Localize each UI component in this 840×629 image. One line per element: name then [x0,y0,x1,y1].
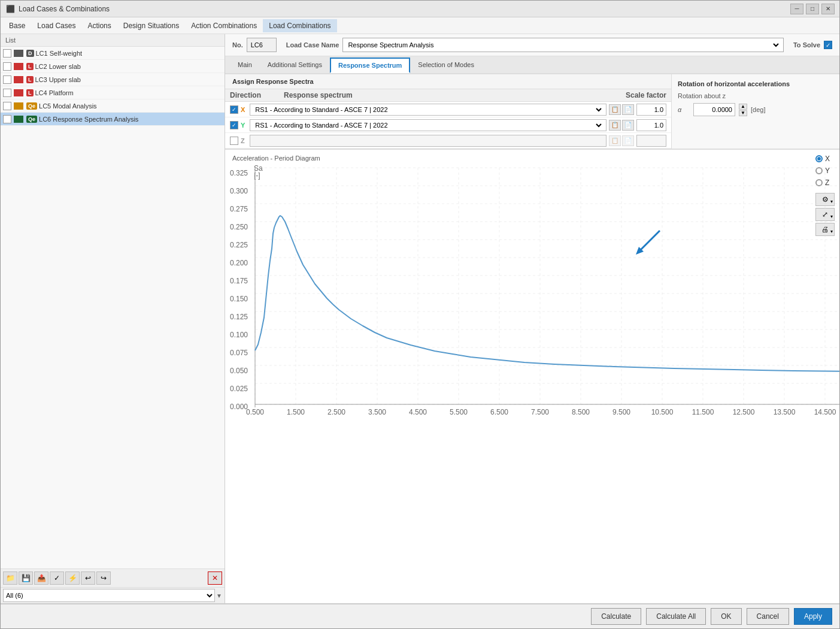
edit-spectrum-x-btn[interactable]: 📋 [609,104,621,115]
tab-main[interactable]: Main [230,58,260,73]
svg-text:0.300: 0.300 [230,187,248,195]
alpha-increment-btn[interactable]: ▲ [739,104,747,110]
toolbar-export-btn[interactable]: 📤 [34,571,48,585]
chart-wrapper: 0.325 0.300 0.275 0.250 0.225 0.200 0.17… [225,165,803,591]
calculate-all-button[interactable]: Calculate All [646,608,706,625]
toolbar-open-btn[interactable]: 📁 [3,571,17,585]
svg-text:1.500: 1.500 [287,408,305,416]
alpha-decrement-btn[interactable]: ▼ [739,110,747,116]
svg-text:9.500: 9.500 [612,408,630,416]
checkbox-y[interactable]: ✓ [230,121,238,129]
svg-text:0.000: 0.000 [230,403,248,411]
menu-load-cases[interactable]: Load Cases [31,19,81,32]
toolbar-run-btn[interactable]: ⚡ [65,571,80,585]
list-item[interactable]: LLC3 Upper slab [1,73,225,86]
main-content: List DLC1 Self-weightLLC2 Lower slabLLC3… [1,34,839,603]
col-spectrum-header: Response spectrum [284,91,612,99]
name-field: Load Case Name Response Spectrum Analysi… [286,38,784,52]
list-item-checkbox[interactable] [3,115,11,123]
svg-text:0.075: 0.075 [230,349,248,357]
menu-base[interactable]: Base [3,19,31,32]
name-label: Load Case Name [286,41,339,49]
dir-label-x: X [241,106,245,113]
radio-x[interactable]: X [815,155,830,163]
bottom-bar: Calculate Calculate All OK Cancel Apply [1,603,839,628]
tab-selection-modes[interactable]: Selection of Modes [410,58,482,73]
list-item-checkbox[interactable] [3,102,11,110]
spec-btns-y: 📋 📄 [609,120,634,131]
to-solve-checkbox[interactable]: ✓ [824,41,832,49]
list-item[interactable]: QeLC6 Response Spectrum Analysis [1,113,225,126]
calculate-button[interactable]: Calculate [591,608,641,625]
spectrum-select-x[interactable]: RS1 - According to Standard - ASCE 7 | 2… [253,105,604,114]
list-item-checkbox[interactable] [3,62,11,71]
form-header: No. Load Case Name Response Spectrum Ana… [225,34,839,56]
tab-additional[interactable]: Additional Settings [260,58,330,73]
filter-select[interactable]: All (6) [3,589,215,602]
menu-action-combinations[interactable]: Action Combinations [185,19,263,32]
name-select[interactable]: Response Spectrum Analysis [345,41,781,49]
list-item[interactable]: DLC1 Self-weight [1,47,225,60]
scale-y-input[interactable] [636,119,666,131]
top-content: Assign Response Spectra Direction Respon… [225,74,839,149]
chart-zoom-btn[interactable]: ⤢▾ [815,208,835,221]
menu-design-situations[interactable]: Design Situations [117,19,185,32]
menu-load-combinations[interactable]: Load Combinations [263,19,336,32]
checkbox-z[interactable] [230,137,238,145]
scale-z-input [636,135,666,147]
spectra-header: Direction Response spectrum Scale factor [225,89,671,102]
list-item-color-box [13,49,24,58]
list-header: List [1,34,225,47]
toolbar-delete-btn[interactable]: ✕ [208,571,222,585]
toolbar-undo-btn[interactable]: ↩ [81,571,95,585]
chart-svg: 0.325 0.300 0.275 0.250 0.225 0.200 0.17… [225,165,803,591]
list-items: DLC1 Self-weightLLC2 Lower slabLLC3 Uppe… [1,47,225,568]
cancel-button[interactable]: Cancel [747,608,789,625]
maximize-button[interactable]: □ [806,4,819,14]
copy-spectrum-y-btn[interactable]: 📄 [622,120,634,131]
svg-text:12.500: 12.500 [733,408,755,416]
no-input[interactable] [247,38,277,52]
list-item-checkbox[interactable] [3,89,11,97]
chart-settings-btn[interactable]: ⚙▾ [815,193,835,206]
toolbar-check-btn[interactable]: ✓ [50,571,64,585]
minimize-button[interactable]: ─ [790,4,803,14]
list-item[interactable]: LLC2 Lower slab [1,60,225,73]
list-item-checkbox[interactable] [3,49,11,58]
spec-btns-x: 📋 📄 [609,104,634,115]
to-solve-label: To Solve [793,41,820,49]
name-dropdown[interactable]: Response Spectrum Analysis [342,38,784,52]
list-item-name: LC6 Response Spectrum Analysis [39,116,138,123]
spectrum-select-y[interactable]: RS1 - According to Standard - ASCE 7 | 2… [253,121,604,129]
svg-text:4.500: 4.500 [409,408,427,416]
svg-text:5.500: 5.500 [450,408,468,416]
scale-x-input[interactable] [636,104,666,116]
close-button[interactable]: ✕ [821,4,835,14]
edit-spectrum-z-btn: 📋 [609,135,621,146]
svg-text:11.500: 11.500 [692,408,714,416]
menu-actions[interactable]: Actions [81,19,117,32]
list-item-name: LC5 Modal Analysis [39,102,97,110]
list-item-color-box [13,89,24,97]
tab-response-spectrum[interactable]: Response Spectrum [330,58,410,73]
spectrum-dropdown-x[interactable]: RS1 - According to Standard - ASCE 7 | 2… [250,104,607,116]
toolbar-save-btn[interactable]: 💾 [19,571,33,585]
apply-button[interactable]: Apply [794,608,832,625]
dir-label-y: Y [241,122,245,129]
edit-spectrum-y-btn[interactable]: 📋 [609,120,621,131]
copy-spectrum-x-btn[interactable]: 📄 [622,104,634,115]
checkbox-x[interactable]: ✓ [230,105,238,114]
toolbar-redo-btn[interactable]: ↪ [96,571,111,585]
list-item-checkbox[interactable] [3,75,11,84]
rotation-unit: [deg] [751,106,765,113]
list-item[interactable]: LLC4 Platform [1,86,225,99]
svg-text:8.500: 8.500 [572,408,590,416]
list-item[interactable]: QeLC5 Modal Analysis [1,99,225,113]
chart-print-btn[interactable]: 🖨▾ [815,223,835,236]
radio-dot-x [815,155,823,162]
ok-button[interactable]: OK [711,608,741,625]
copy-spectrum-z-btn: 📄 [622,135,634,146]
svg-text:0.500: 0.500 [246,408,264,416]
spectrum-dropdown-y[interactable]: RS1 - According to Standard - ASCE 7 | 2… [250,119,607,131]
alpha-input[interactable] [693,103,735,116]
